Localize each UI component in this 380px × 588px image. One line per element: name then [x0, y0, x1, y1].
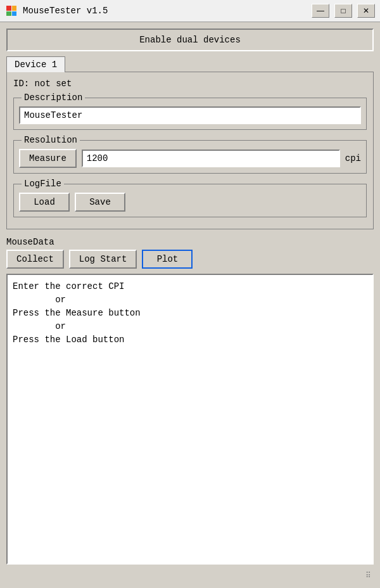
measure-button[interactable]: Measure [19, 149, 77, 168]
tab-header: Device 1 [6, 56, 374, 72]
resize-handle: ⠿ [6, 570, 374, 582]
enable-dual-devices-button[interactable]: Enable dual devices [6, 29, 374, 51]
logfile-group: LogFile Load Save [13, 179, 367, 217]
maximize-button[interactable]: □ [334, 4, 352, 18]
app-icon [5, 4, 18, 17]
description-legend: Description [22, 93, 85, 103]
collect-button[interactable]: Collect [6, 250, 64, 269]
save-button[interactable]: Save [75, 193, 125, 212]
window-content: Enable dual devices Device 1 ID: not set… [0, 22, 380, 588]
plot-button[interactable]: Plot [142, 250, 193, 269]
device-id-label: ID: not set [13, 79, 367, 89]
device-1-panel: ID: not set Description Resolution Measu… [6, 72, 374, 229]
logfile-legend: LogFile [22, 179, 64, 189]
title-bar: MouseTester v1.5 — □ ✕ [0, 0, 380, 22]
device-1-tab[interactable]: Device 1 [6, 56, 65, 72]
mouse-data-section: MouseData Collect Log Start Plot [6, 237, 374, 269]
load-button[interactable]: Load [19, 193, 70, 212]
app-title: MouseTester v1.5 [23, 6, 312, 16]
description-group: Description [13, 93, 367, 130]
mouse-data-buttons: Collect Log Start Plot [6, 250, 374, 269]
resolution-input[interactable] [82, 150, 340, 167]
resolution-row: Measure cpi [19, 149, 361, 168]
close-button[interactable]: ✕ [357, 4, 375, 18]
logfile-row: Load Save [19, 193, 361, 212]
log-start-button[interactable]: Log Start [69, 250, 137, 269]
log-output: Enter the correct CPI or Press the Measu… [6, 274, 374, 565]
description-input[interactable] [19, 106, 361, 124]
resolution-group: Resolution Measure cpi [13, 135, 367, 174]
resize-icon[interactable]: ⠿ [365, 571, 371, 580]
cpi-label: cpi [345, 153, 361, 163]
mouse-data-label: MouseData [6, 237, 374, 247]
resolution-legend: Resolution [22, 135, 80, 145]
minimize-button[interactable]: — [312, 4, 329, 18]
device-tab-container: Device 1 ID: not set Description Resolut… [6, 56, 374, 229]
window-controls: — □ ✕ [312, 4, 375, 18]
